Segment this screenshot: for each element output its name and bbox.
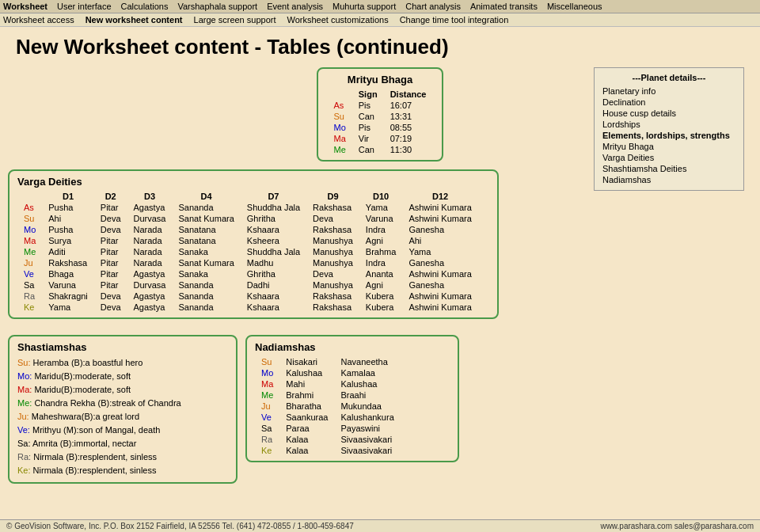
varga-h-d7: D7	[241, 191, 306, 202]
varga-planet: Ke	[17, 302, 42, 313]
table-row: Su NisakariNavaneetha	[255, 356, 401, 367]
varga-planet: Ju	[17, 257, 42, 268]
table-row: Sa VarunaPitarDurvasaSananda DadhiManush…	[17, 279, 478, 291]
dist-me: 11:30	[384, 144, 433, 155]
list-item: Sa: Amrita (B):immortal, nectar	[17, 437, 228, 450]
varga-planet: Mo	[17, 224, 42, 235]
varga-table: D1 D2 D3 D4 D7 D9 D10 D12 As PushaPitarA…	[17, 191, 478, 313]
varga-planet: As	[17, 202, 42, 213]
list-item: Su: Heramba (B):a boastful hero	[17, 356, 228, 370]
table-row: Ra KalaaSivaasivakari	[255, 434, 401, 445]
list-item: Ju: Maheshwara(B):a great lord	[17, 410, 228, 424]
mrityu-col-sign: Sign	[352, 89, 384, 100]
shast-text: Chandra Rekha (B):streak of Chandra	[34, 398, 180, 408]
varga-planet: Me	[17, 246, 42, 257]
dist-mo: 08:55	[384, 122, 433, 133]
planet-detail-item[interactable]: Lordships	[602, 119, 735, 130]
table-row: Ve SaankuraaKalushankura	[255, 412, 401, 423]
varga-section: Varga Deities D1 D2 D3 D4 D7 D9 D10 D12 …	[8, 169, 499, 319]
planet-me: Me	[328, 144, 352, 155]
table-row: Ke YamaDevaAgastyaSananda KshaaraRakshas…	[17, 302, 478, 313]
varga-header-row: D1 D2 D3 D4 D7 D9 D10 D12	[17, 191, 478, 202]
content-wrapper: Mrityu Bhaga Sign Distance As Pis 16:07 …	[8, 67, 752, 484]
dist-ma: 07:19	[384, 133, 433, 144]
second-nav-new-worksheet[interactable]: New worksheet content	[86, 15, 183, 25]
second-nav-customizations[interactable]: Worksheet customizations	[287, 15, 388, 25]
table-row: Ju RakshasaPitarNaradaSanat Kumara Madhu…	[17, 257, 478, 268]
varga-planet: Ve	[17, 268, 42, 279]
sign-ma: Vir	[352, 133, 384, 144]
main-content: Mrityu Bhaga Sign Distance As Pis 16:07 …	[0, 64, 760, 487]
varga-h-d4: D4	[172, 191, 240, 202]
planet-label: Su:	[17, 358, 31, 367]
nav-calculations[interactable]: Calculations	[121, 2, 169, 11]
list-item: Ke: Nirmala (B):resplendent, sinless	[17, 464, 228, 477]
table-row: Mo KalushaaKamalaa	[255, 367, 401, 378]
planet-ma: Ma	[328, 133, 352, 144]
planet-detail-item[interactable]: Nadiamshas	[602, 174, 735, 185]
nav-event-analysis[interactable]: Event analysis	[267, 2, 323, 11]
varga-planet: Su	[17, 213, 42, 224]
table-row: As PushaPitarAgastyaSananda Shuddha Jala…	[17, 202, 478, 213]
shast-text: Mrithyu (M):son of Mangal, death	[32, 425, 160, 435]
nav-worksheet[interactable]: Worksheet	[3, 2, 48, 11]
footer: © GeoVision Software, Inc. P.O. Box 2152…	[0, 519, 760, 532]
table-row: Ra ShakragniDevaAgastyaSananda KshaaraRa…	[17, 291, 478, 302]
table-row: Mo PushaDevaNaradaSanatana KshaaraRaksha…	[17, 224, 478, 235]
second-nav-worksheet-access[interactable]: Worksheet access	[3, 15, 74, 25]
mrityu-col-planet	[328, 89, 352, 100]
varga-h-planet	[17, 191, 42, 202]
planet-details-title: ---Planet details---	[602, 73, 735, 82]
planet-label: Ra	[255, 434, 279, 445]
shast-text: Amrita (B):immortal, nectar	[32, 439, 136, 448]
shast-text: Heramba (B):a boastful hero	[33, 358, 143, 367]
planet-label: Sa	[255, 423, 279, 434]
mrityu-table: Sign Distance As Pis 16:07 Su Can 13:31	[328, 89, 433, 155]
nav-varshaphala[interactable]: Varshaphala support	[177, 2, 257, 11]
varga-h-d1: D1	[42, 191, 94, 202]
planet-detail-item[interactable]: Varga Deities	[602, 152, 735, 163]
planet-su: Su	[328, 111, 352, 122]
planet-label: Ra:	[17, 452, 31, 462]
planet-detail-item[interactable]: House cusp details	[602, 108, 735, 119]
sign-as: Pis	[352, 100, 384, 111]
nav-muhurta[interactable]: Muhurta support	[332, 2, 396, 11]
table-row: Me Can 11:30	[328, 144, 433, 155]
page-title: New Worksheet content - Tables (continue…	[0, 27, 760, 64]
table-row: Ma MahiKalushaa	[255, 378, 401, 390]
planet-label: Ma	[255, 378, 279, 390]
dist-as: 16:07	[384, 100, 433, 111]
table-row: Ju BharathaMukundaa	[255, 401, 401, 412]
nadiamshas-section: Nadiamshas Su NisakariNavaneetha Mo Kalu…	[245, 335, 459, 462]
planet-label: Ju	[255, 401, 279, 412]
nav-user-interface[interactable]: User interface	[57, 2, 111, 11]
list-item: Ra: Nirmala (B):resplendent, sinless	[17, 450, 228, 464]
shast-text: Maridu(B):moderate, soft	[34, 371, 131, 381]
shast-text: Nirmala (B):resplendent, sinless	[33, 466, 157, 475]
varga-h-d12: D12	[402, 191, 477, 202]
footer-right: www.parashara.com sales@parashara.com	[600, 522, 754, 530]
shastiamshas-lines: Su: Heramba (B):a boastful hero Mo: Mari…	[17, 356, 228, 477]
table-row: Su AhiDevaDurvasaSanat Kumara GhrithaDev…	[17, 213, 478, 224]
nadiamshas-title: Nadiamshas	[255, 341, 450, 353]
second-nav: Worksheet access New worksheet content L…	[0, 13, 760, 27]
planet-detail-item[interactable]: Declination	[602, 97, 735, 108]
second-nav-large-screen[interactable]: Large screen support	[194, 15, 276, 25]
planet-detail-item[interactable]: Elements, lordships, strengths	[602, 130, 735, 141]
mrityu-title: Mrityu Bhaga	[328, 74, 433, 86]
nav-chart-analysis[interactable]: Chart analysis	[405, 2, 461, 11]
nav-miscellaneous[interactable]: Miscellaneous	[547, 2, 602, 11]
table-row: Ma Vir 07:19	[328, 133, 433, 144]
planet-detail-item[interactable]: Shashtiamsha Deities	[602, 163, 735, 174]
sign-me: Can	[352, 144, 384, 155]
planet-detail-item[interactable]: Planetary info	[602, 86, 735, 97]
second-nav-change-time[interactable]: Change time tool integration	[400, 15, 509, 25]
list-item: Mo: Maridu(B):moderate, soft	[17, 370, 228, 383]
varga-planet: Ma	[17, 235, 42, 246]
varga-h-d9: D9	[306, 191, 359, 202]
table-row: Sa ParaaPayaswini	[255, 423, 401, 434]
planet-detail-item[interactable]: Mrityu Bhaga	[602, 141, 735, 152]
shastiamshas-section: Shastiamshas Su: Heramba (B):a boastful …	[8, 335, 238, 484]
planet-label: Ke	[255, 445, 279, 456]
nav-animated-transits[interactable]: Animated transits	[470, 2, 538, 11]
